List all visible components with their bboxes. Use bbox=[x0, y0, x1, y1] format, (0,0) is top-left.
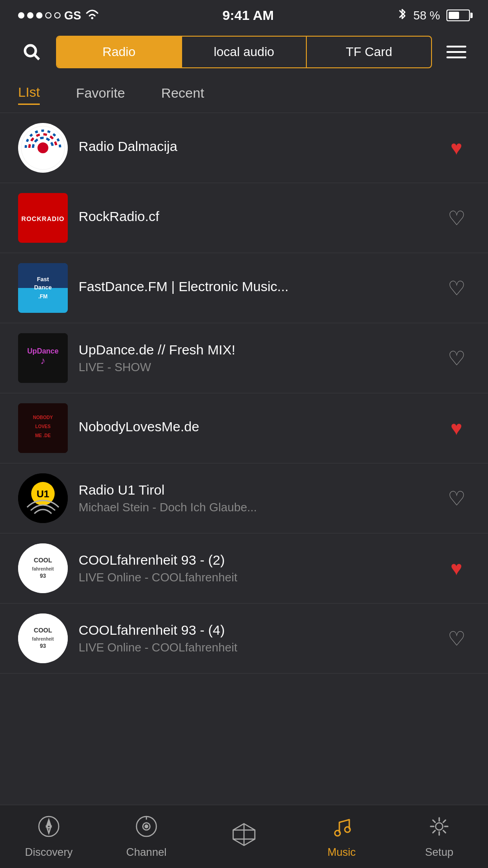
main-tab-group: Radio local audio TF Card bbox=[56, 36, 432, 68]
heart-empty-icon-8: ♡ bbox=[448, 627, 465, 650]
svg-text:93: 93 bbox=[40, 573, 46, 579]
station-item-7[interactable]: COOL fahrenheit 93 COOLfahrenheit 93 - (… bbox=[0, 533, 488, 604]
nav-channel[interactable]: Channel bbox=[98, 805, 195, 868]
status-time: 9:41 AM bbox=[222, 8, 274, 23]
svg-text:ME .DE: ME .DE bbox=[35, 433, 51, 438]
svg-text:COOL: COOL bbox=[34, 627, 52, 634]
station-name-1: Radio Dalmacija bbox=[79, 139, 432, 154]
svg-text:ROCKRADIO: ROCKRADIO bbox=[21, 215, 64, 222]
tab-radio[interactable]: Radio bbox=[57, 37, 181, 67]
station-logo-7: COOL fahrenheit 93 bbox=[18, 543, 68, 593]
search-button[interactable] bbox=[18, 38, 45, 66]
hamburger-line-2 bbox=[446, 51, 466, 53]
sub-tabs: LIst Favorite Recent bbox=[0, 77, 488, 113]
signal-dot-1 bbox=[18, 12, 24, 19]
svg-point-1 bbox=[25, 45, 36, 56]
sub-tab-favorite[interactable]: Favorite bbox=[76, 85, 125, 104]
wifi-icon bbox=[85, 8, 99, 23]
station-item-5[interactable]: NOBODY LOVES ME .DE NobodyLovesMe.de ♥ bbox=[0, 393, 488, 463]
station-name-8: COOLfahrenheit 93 - (4) bbox=[79, 623, 432, 638]
nav-discovery[interactable]: Discovery bbox=[0, 805, 98, 868]
station-logo-6: U1 bbox=[18, 473, 68, 523]
favorite-button-4[interactable]: ♡ bbox=[443, 344, 470, 372]
header: Radio local audio TF Card bbox=[0, 27, 488, 77]
nav-music[interactable]: Music bbox=[293, 805, 390, 868]
menu-button[interactable] bbox=[443, 38, 470, 66]
favorite-button-8[interactable]: ♡ bbox=[443, 625, 470, 652]
station-item-8[interactable]: COOL fahrenheit 93 COOLfahrenheit 93 - (… bbox=[0, 604, 488, 674]
heart-filled-icon-5: ♥ bbox=[450, 417, 462, 439]
nav-setup[interactable]: Setup bbox=[390, 805, 488, 868]
station-item-1[interactable]: RD Radio Dalmacija ♥ bbox=[0, 113, 488, 183]
status-bar: GS 9:41 AM 58 % bbox=[0, 0, 488, 27]
station-logo-1: RD bbox=[18, 123, 68, 173]
music-icon bbox=[330, 815, 353, 842]
cube-icon bbox=[231, 822, 257, 852]
gear-icon bbox=[428, 815, 450, 842]
signal-dot-4 bbox=[45, 12, 52, 19]
favorite-button-2[interactable]: ♡ bbox=[443, 204, 470, 231]
station-info-3: FastDance.FM | Electronic Music... bbox=[68, 279, 443, 297]
nav-home[interactable] bbox=[195, 805, 293, 868]
nav-music-label: Music bbox=[328, 846, 356, 859]
tab-tf-card[interactable]: TF Card bbox=[306, 37, 431, 67]
station-sub-4: LIVE - SHOW bbox=[79, 360, 432, 374]
heart-empty-icon-2: ♡ bbox=[448, 207, 465, 230]
bluetooth-icon bbox=[397, 7, 407, 24]
svg-point-43 bbox=[345, 827, 350, 832]
heart-empty-icon-3: ♡ bbox=[448, 277, 465, 300]
station-sub-6: Michael Stein - Doch Ich Glaube... bbox=[79, 500, 432, 514]
favorite-button-6[interactable]: ♡ bbox=[443, 485, 470, 512]
radio-list: RD Radio Dalmacija ♥ ROCKRADIO RockRadio… bbox=[0, 113, 488, 674]
svg-point-44 bbox=[436, 823, 443, 830]
battery-percent: 58 % bbox=[413, 9, 440, 23]
heart-filled-icon-7: ♥ bbox=[450, 557, 462, 580]
status-right: 58 % bbox=[397, 7, 470, 24]
svg-marker-32 bbox=[47, 820, 51, 826]
svg-text:♪: ♪ bbox=[41, 355, 46, 366]
favorite-button-5[interactable]: ♥ bbox=[443, 415, 470, 442]
station-info-4: UpDance.de // Fresh MIX! LIVE - SHOW bbox=[68, 342, 443, 374]
tab-local-audio[interactable]: local audio bbox=[181, 37, 306, 67]
svg-text:fahrenheit: fahrenheit bbox=[32, 566, 54, 571]
favorite-button-7[interactable]: ♥ bbox=[443, 555, 470, 582]
svg-text:Dance: Dance bbox=[34, 284, 52, 291]
signal-dot-5 bbox=[54, 12, 61, 19]
station-logo-3: Fast Dance .FM bbox=[18, 263, 68, 313]
station-info-8: COOLfahrenheit 93 - (4) LIVE Online - CO… bbox=[68, 623, 443, 655]
favorite-button-1[interactable]: ♥ bbox=[443, 134, 470, 161]
station-sub-7: LIVE Online - COOLfahrenheit bbox=[79, 571, 432, 585]
station-item-2[interactable]: ROCKRADIO RockRadio.cf ♡ bbox=[0, 183, 488, 253]
svg-text:U1: U1 bbox=[37, 488, 49, 500]
station-item-3[interactable]: Fast Dance .FM FastDance.FM | Electronic… bbox=[0, 253, 488, 323]
signal-dot-3 bbox=[36, 12, 42, 19]
bottom-nav: Discovery Channel bbox=[0, 805, 488, 868]
station-info-7: COOLfahrenheit 93 - (2) LIVE Online - CO… bbox=[68, 552, 443, 585]
station-logo-4: UpDance ♪ bbox=[18, 333, 68, 383]
carrier-label: GS bbox=[64, 9, 81, 23]
station-name-5: NobodyLovesMe.de bbox=[79, 419, 432, 434]
svg-text:RD: RD bbox=[38, 145, 47, 152]
sub-tab-recent[interactable]: Recent bbox=[161, 85, 204, 104]
compass-icon bbox=[38, 815, 60, 842]
nav-discovery-label: Discovery bbox=[25, 846, 72, 859]
station-item-6[interactable]: U1 Radio U1 Tirol Michael Stein - Doch I… bbox=[0, 463, 488, 533]
station-logo-8: COOL fahrenheit 93 bbox=[18, 613, 68, 663]
nav-setup-label: Setup bbox=[425, 846, 454, 859]
svg-marker-33 bbox=[47, 826, 51, 833]
svg-text:LOVES: LOVES bbox=[35, 424, 51, 429]
svg-point-36 bbox=[145, 825, 148, 828]
station-name-2: RockRadio.cf bbox=[79, 209, 432, 224]
station-info-1: Radio Dalmacija bbox=[68, 139, 443, 157]
signal-dot-2 bbox=[27, 12, 33, 19]
station-item-4[interactable]: UpDance ♪ UpDance.de // Fresh MIX! LIVE … bbox=[0, 323, 488, 393]
station-name-7: COOLfahrenheit 93 - (2) bbox=[79, 552, 432, 568]
favorite-button-3[interactable]: ♡ bbox=[443, 274, 470, 302]
hamburger-line-3 bbox=[446, 57, 466, 58]
station-name-3: FastDance.FM | Electronic Music... bbox=[79, 279, 432, 294]
battery-indicator bbox=[446, 9, 470, 21]
svg-point-0 bbox=[91, 17, 93, 19]
svg-text:93: 93 bbox=[40, 643, 46, 649]
sub-tab-list[interactable]: LIst bbox=[18, 85, 40, 105]
hamburger-line-1 bbox=[446, 46, 466, 47]
